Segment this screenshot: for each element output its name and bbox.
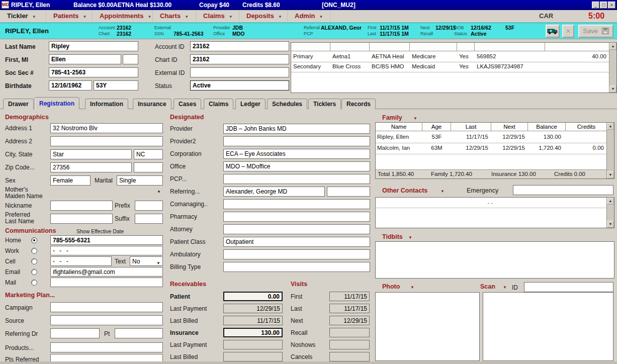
email-radio[interactable] (31, 269, 37, 275)
last-name-field[interactable]: Ripley (49, 41, 138, 51)
save-button[interactable]: Save (578, 25, 613, 38)
patient-status-field[interactable]: Active (190, 80, 289, 90)
comanaging-field[interactable] (223, 199, 370, 209)
attorney-field[interactable] (223, 224, 370, 234)
photo-menu-arrow-icon[interactable]: ▼ (410, 285, 414, 290)
tab-cases[interactable]: Cases (173, 99, 201, 109)
scroll-up-icon[interactable]: ▲ (607, 123, 614, 130)
tab-ticklers[interactable]: Ticklers (308, 99, 341, 109)
suffix-field[interactable] (135, 214, 163, 224)
tab-claims[interactable]: Claims (204, 99, 233, 109)
tab-insurance[interactable]: Insurance (133, 99, 171, 109)
external-id-field[interactable] (190, 67, 289, 77)
designated-office-field[interactable]: MDO – MDoffice (223, 161, 370, 171)
designated-referring-field[interactable]: Alexander, George MD (223, 187, 325, 197)
zip-field[interactable]: 27356 (50, 162, 132, 172)
menu-deposits[interactable]: Deposits▼ (239, 10, 288, 22)
age-field[interactable]: 53Y (94, 80, 138, 90)
other-contact-row[interactable]: - - (376, 200, 605, 206)
address1-field[interactable]: 32 Nostromo Blv (50, 123, 163, 133)
account-id-field[interactable]: 23162 (190, 41, 289, 51)
preferred-lastname-field[interactable] (50, 214, 113, 224)
billing-type-field[interactable] (223, 262, 370, 272)
birthdate-field[interactable]: 12/16/1962 (49, 80, 92, 90)
cell-phone-radio[interactable] (31, 258, 37, 264)
designated-provider-field[interactable]: JDB – John Banks MD (223, 124, 370, 134)
work-phone-field[interactable]: - - - (50, 246, 163, 255)
other-contacts-menu-arrow-icon[interactable]: ▼ (440, 189, 445, 194)
scroll-down-icon[interactable]: ▼ (609, 85, 616, 93)
address2-field[interactable] (50, 136, 163, 146)
tab-schedules[interactable]: Schedules (267, 99, 307, 109)
work-phone-radio[interactable] (31, 248, 37, 254)
patient-class-field[interactable]: Outpatient (223, 237, 370, 247)
family-scrollbar[interactable]: ▲ ▼ (606, 123, 614, 178)
sex-field[interactable]: Female (50, 175, 91, 186)
tidbits-menu-arrow-icon[interactable]: ▼ (408, 235, 412, 240)
scroll-down-icon[interactable]: ▼ (607, 171, 614, 178)
referring-dr-field[interactable] (50, 328, 100, 338)
home-phone-field[interactable]: 785-555-6321 (50, 235, 163, 245)
insurance-scrollbar[interactable]: ▲ ▼ (609, 43, 616, 93)
zip-ext-field[interactable] (134, 162, 163, 172)
scroll-up-icon[interactable]: ▲ (607, 198, 614, 205)
mothers-maiden-combo[interactable]: ▼ (50, 187, 163, 197)
tab-information[interactable]: Information (85, 99, 128, 109)
menu-admin[interactable]: Admin▼ (288, 10, 331, 22)
scan-box[interactable] (483, 292, 613, 361)
prefix-field[interactable] (135, 201, 163, 211)
menu-tickler[interactable]: Tickler▼ (0, 10, 46, 22)
products-field[interactable] (50, 342, 163, 352)
tidbits-box[interactable] (375, 241, 614, 279)
tab-drawer[interactable]: Drawer (3, 99, 34, 109)
family-member-next: 12/29/15 (491, 145, 525, 151)
city-field[interactable]: Star (50, 149, 132, 159)
text-ok-dropdown[interactable]: No ▼ (130, 256, 163, 266)
save-label: Save (583, 27, 598, 35)
mail-radio[interactable] (31, 280, 37, 286)
tab-ledger[interactable]: Ledger (235, 99, 266, 109)
state-field[interactable]: NC (134, 149, 163, 159)
designated-referring2-field[interactable] (327, 187, 370, 197)
close-button[interactable]: × (608, 2, 615, 9)
source-field[interactable] (50, 315, 163, 325)
pharmacy-field[interactable] (223, 212, 370, 222)
show-effective-date-link[interactable]: Show Effective Date (76, 228, 124, 234)
mail-field[interactable] (50, 278, 163, 287)
chart-id-field[interactable]: 23162 (190, 54, 289, 64)
email-field[interactable]: ifightaliens@gmail.com (50, 267, 163, 277)
first-name-field[interactable]: Ellen (49, 54, 121, 64)
tab-records[interactable]: Records (341, 99, 376, 109)
other-contacts-scrollbar[interactable]: ▲ ▼ (606, 198, 614, 228)
cell-phone-field[interactable]: - - - (50, 256, 112, 266)
pt-label: Pt (104, 330, 110, 337)
home-phone-radio[interactable] (31, 237, 37, 243)
pt-field[interactable] (115, 328, 163, 338)
designated-provider2-field[interactable] (223, 136, 370, 146)
scan-menu-arrow-icon[interactable]: ▼ (503, 285, 507, 290)
scroll-down-icon[interactable]: ▼ (607, 221, 614, 228)
scan-id-field[interactable] (524, 282, 613, 292)
tab-registration[interactable]: Registration (34, 97, 79, 109)
middle-initial-field[interactable] (123, 54, 138, 64)
menu-claims[interactable]: Claims▼ (196, 10, 239, 22)
menu-appointments[interactable]: Appointments▼ (93, 10, 153, 22)
menu-patients[interactable]: Patients▼ (46, 10, 93, 22)
other-contacts-list[interactable]: - - ▲ ▼ (375, 197, 614, 228)
transport-button[interactable] (546, 25, 560, 38)
emergency-field[interactable] (513, 185, 613, 195)
scroll-up-icon[interactable]: ▲ (609, 43, 616, 50)
menu-charts[interactable]: Charts▼ (153, 10, 196, 22)
maximize-button[interactable]: □ (600, 2, 607, 9)
photo-box[interactable] (375, 292, 480, 361)
nickname-field[interactable] (50, 201, 113, 211)
family-menu-arrow-icon[interactable]: ▼ (413, 116, 417, 121)
ambulatory-field[interactable] (223, 249, 370, 259)
soc-sec-field[interactable]: 785-41-2563 (49, 67, 138, 77)
designated-pcp-field[interactable] (223, 174, 370, 184)
marital-field[interactable]: Single (117, 175, 163, 186)
minimize-button[interactable]: _ (592, 2, 599, 9)
corporation-field[interactable]: ECA – Eye Associates (223, 149, 370, 159)
cancel-edit-button[interactable]: ✕ (562, 25, 574, 38)
campaign-field[interactable] (50, 302, 163, 312)
